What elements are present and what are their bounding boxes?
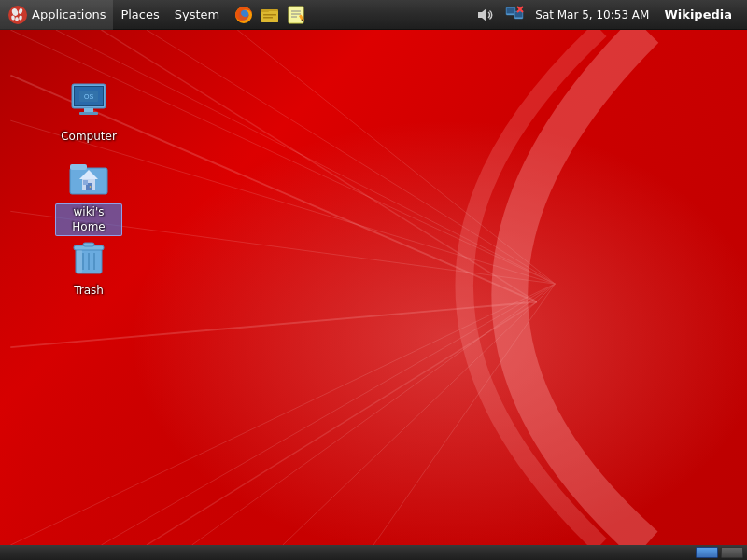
notes-launcher[interactable] bbox=[285, 4, 307, 26]
system-menu[interactable]: System bbox=[167, 0, 227, 30]
network-status[interactable] bbox=[501, 6, 528, 24]
svg-rect-12 bbox=[263, 17, 273, 19]
trash-icon-label: Trash bbox=[71, 283, 106, 300]
applications-label: Applications bbox=[32, 7, 106, 21]
bottom-panel bbox=[0, 545, 747, 560]
svg-point-4 bbox=[15, 17, 19, 21]
applications-menu[interactable]: Applications bbox=[0, 0, 113, 30]
places-label: Places bbox=[120, 7, 159, 21]
computer-icon-label: Computer bbox=[58, 129, 120, 146]
svg-marker-20 bbox=[478, 8, 486, 21]
svg-rect-46 bbox=[79, 112, 98, 115]
svg-rect-50 bbox=[70, 164, 87, 170]
places-menu[interactable]: Places bbox=[113, 0, 166, 30]
system-label: System bbox=[175, 7, 219, 21]
svg-rect-62 bbox=[77, 250, 82, 273]
svg-text:OS: OS bbox=[84, 93, 93, 100]
system-tray: Sat Mar 5, 10:53 AM Wikipedia bbox=[472, 0, 747, 30]
workspace-1-button[interactable] bbox=[696, 547, 718, 558]
svg-rect-55 bbox=[83, 180, 88, 185]
files-icon bbox=[260, 5, 280, 25]
network-icon bbox=[505, 6, 524, 24]
files-launcher[interactable] bbox=[259, 4, 281, 26]
gnome-foot-icon bbox=[7, 5, 28, 25]
desktop: OS Computer wiki's Home bbox=[0, 30, 747, 545]
datetime-text: Sat Mar 5, 10:53 AM bbox=[535, 8, 649, 21]
svg-point-54 bbox=[90, 186, 92, 188]
firefox-launcher[interactable] bbox=[233, 4, 255, 26]
active-window-text: Wikipedia bbox=[664, 7, 732, 21]
notes-icon bbox=[286, 5, 306, 25]
workspace-2-button[interactable] bbox=[721, 547, 743, 558]
home-icon-img bbox=[66, 155, 111, 200]
home-icon[interactable]: wiki's Home bbox=[51, 151, 126, 240]
trash-icon-img bbox=[66, 234, 111, 279]
active-window-label[interactable]: Wikipedia bbox=[656, 7, 740, 21]
computer-icon[interactable]: OS Computer bbox=[51, 77, 126, 149]
trash-icon[interactable]: Trash bbox=[51, 231, 126, 303]
firefox-icon bbox=[233, 5, 254, 25]
datetime-display[interactable]: Sat Mar 5, 10:53 AM bbox=[531, 8, 653, 21]
volume-control[interactable] bbox=[472, 6, 498, 24]
volume-icon bbox=[475, 6, 494, 24]
svg-rect-10 bbox=[261, 9, 269, 12]
svg-rect-11 bbox=[263, 14, 276, 16]
svg-rect-24 bbox=[515, 11, 523, 17]
svg-rect-58 bbox=[83, 243, 94, 246]
svg-rect-22 bbox=[507, 7, 515, 13]
taskbar: Applications Places System bbox=[0, 0, 747, 30]
computer-icon-img: OS bbox=[66, 80, 111, 125]
svg-point-0 bbox=[8, 6, 27, 24]
